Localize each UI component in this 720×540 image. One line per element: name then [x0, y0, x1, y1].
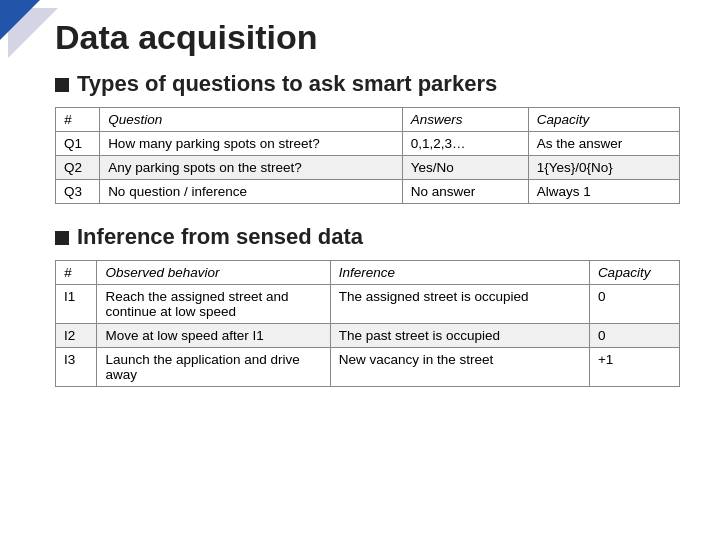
cell: +1: [589, 348, 679, 387]
page-title: Data acquisition: [55, 18, 680, 57]
th-capacity-2: Capacity: [589, 261, 679, 285]
th-question: Question: [100, 108, 403, 132]
th-capacity-1: Capacity: [528, 108, 679, 132]
cell: New vacancy in the street: [330, 348, 589, 387]
cell: Reach the assigned street and continue a…: [97, 285, 330, 324]
inference-table: # Observed behavior Inference Capacity I…: [55, 260, 680, 387]
cell: I2: [56, 324, 97, 348]
cell: 0,1,2,3…: [402, 132, 528, 156]
th-answers: Answers: [402, 108, 528, 132]
th-inference: Inference: [330, 261, 589, 285]
table-row: I1 Reach the assigned street and continu…: [56, 285, 680, 324]
cell: Q2: [56, 156, 100, 180]
corner-decoration: [0, 0, 60, 60]
th-num-2: #: [56, 261, 97, 285]
bullet-1: [55, 78, 69, 92]
th-observed: Observed behavior: [97, 261, 330, 285]
cell: I3: [56, 348, 97, 387]
cell: Move at low speed after I1: [97, 324, 330, 348]
cell: No answer: [402, 180, 528, 204]
cell: Q1: [56, 132, 100, 156]
cell: As the answer: [528, 132, 679, 156]
table-row: Q2 Any parking spots on the street? Yes/…: [56, 156, 680, 180]
section1-title: Types of questions to ask smart parkers: [77, 71, 497, 97]
main-content: Data acquisition Types of questions to a…: [0, 0, 720, 427]
cell: I1: [56, 285, 97, 324]
cell: 1{Yes}/0{No}: [528, 156, 679, 180]
section2-title: Inference from sensed data: [77, 224, 363, 250]
cell: How many parking spots on street?: [100, 132, 403, 156]
cell: Q3: [56, 180, 100, 204]
table-row: Q1 How many parking spots on street? 0,1…: [56, 132, 680, 156]
cell: The assigned street is occupied: [330, 285, 589, 324]
cell: Launch the application and drive away: [97, 348, 330, 387]
cell: No question / inference: [100, 180, 403, 204]
table-row: I3 Launch the application and drive away…: [56, 348, 680, 387]
cell: 0: [589, 285, 679, 324]
questions-table: # Question Answers Capacity Q1 How many …: [55, 107, 680, 204]
section2-header: Inference from sensed data: [55, 224, 680, 250]
section1-header: Types of questions to ask smart parkers: [55, 71, 680, 97]
cell: Yes/No: [402, 156, 528, 180]
table-row: Q3 No question / inference No answer Alw…: [56, 180, 680, 204]
th-num-1: #: [56, 108, 100, 132]
cell: Any parking spots on the street?: [100, 156, 403, 180]
bullet-2: [55, 231, 69, 245]
cell: 0: [589, 324, 679, 348]
cell: The past street is occupied: [330, 324, 589, 348]
table-row: I2 Move at low speed after I1 The past s…: [56, 324, 680, 348]
cell: Always 1: [528, 180, 679, 204]
